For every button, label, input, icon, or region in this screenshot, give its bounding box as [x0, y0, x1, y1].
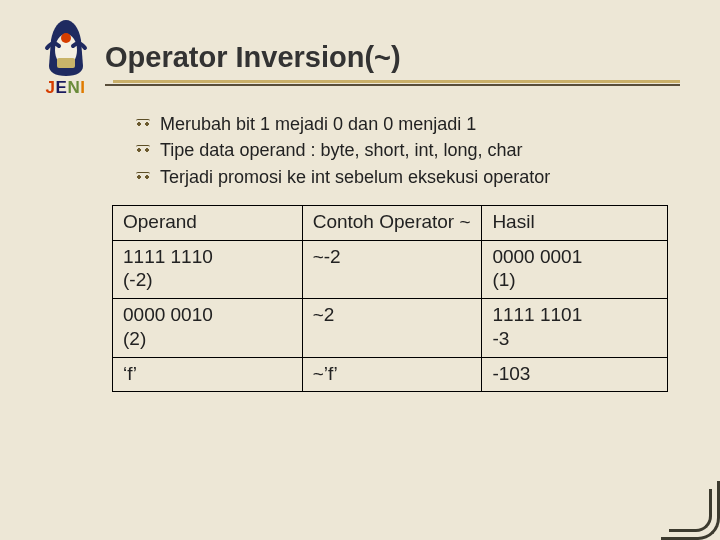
- table-row: 0000 0010 (2) ~2 1111 1101 -3: [113, 299, 668, 358]
- header: JENI Operator Inversion(~): [40, 18, 680, 98]
- brand-text: JENI: [46, 78, 86, 98]
- svg-rect-2: [57, 58, 75, 68]
- cell-result: -103: [482, 357, 668, 392]
- slide: JENI Operator Inversion(~) Merubah bit 1…: [0, 0, 720, 540]
- th-example: Contoh Operator ~: [302, 205, 482, 240]
- duke-mascot-icon: [43, 18, 89, 78]
- svg-point-1: [61, 33, 71, 43]
- bullet-item: Merubah bit 1 mejadi 0 dan 0 menjadi 1: [136, 112, 696, 136]
- cell-example: ~2: [302, 299, 482, 358]
- cell-example: ~-2: [302, 240, 482, 299]
- th-result: Hasil: [482, 205, 668, 240]
- title-wrap: Operator Inversion(~): [105, 18, 680, 86]
- bullet-item: Terjadi promosi ke int sebelum eksekusi …: [136, 165, 696, 189]
- logo-block: JENI: [40, 18, 91, 98]
- table-row: 1111 1110 (-2) ~-2 0000 0001 (1): [113, 240, 668, 299]
- cell-operand: ‘f’: [113, 357, 303, 392]
- table-header-row: Operand Contoh Operator ~ Hasil: [113, 205, 668, 240]
- cell-result: 1111 1101 -3: [482, 299, 668, 358]
- cell-example: ~’f’: [302, 357, 482, 392]
- inversion-table: Operand Contoh Operator ~ Hasil 1111 111…: [112, 205, 668, 393]
- bullet-item: Tipe data operand : byte, short, int, lo…: [136, 138, 696, 162]
- title-underline-icon: [105, 80, 680, 86]
- th-operand: Operand: [113, 205, 303, 240]
- cell-operand: 0000 0010 (2): [113, 299, 303, 358]
- table-row: ‘f’ ~’f’ -103: [113, 357, 668, 392]
- bullet-list: Merubah bit 1 mejadi 0 dan 0 menjadi 1 T…: [136, 112, 696, 189]
- page-title: Operator Inversion(~): [105, 42, 680, 74]
- cell-operand: 1111 1110 (-2): [113, 240, 303, 299]
- cell-result: 0000 0001 (1): [482, 240, 668, 299]
- corner-ornament-icon: [664, 484, 720, 540]
